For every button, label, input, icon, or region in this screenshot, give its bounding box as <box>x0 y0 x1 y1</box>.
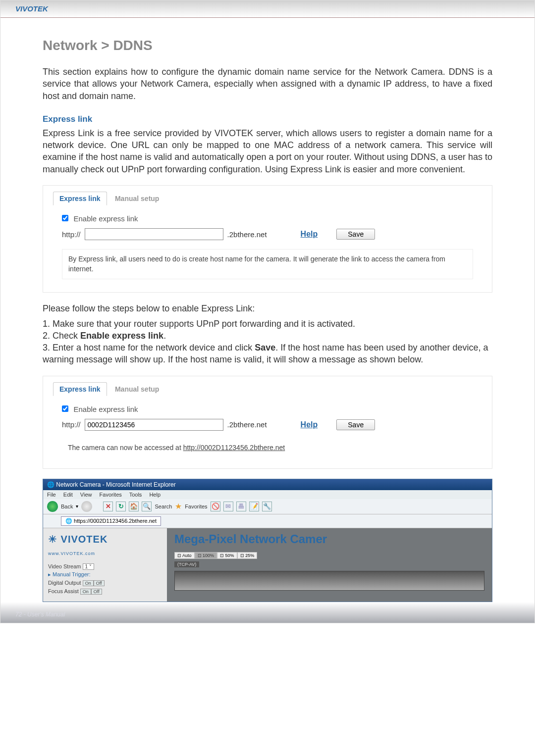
enable-express-link-checkbox[interactable] <box>62 405 68 412</box>
hostname-input[interactable] <box>85 419 223 431</box>
intro-text: This section explains how to configure t… <box>43 66 492 102</box>
tool-icon[interactable]: 🔧 <box>262 502 272 511</box>
edit-icon[interactable]: 📝 <box>249 502 259 511</box>
forward-icon[interactable] <box>81 501 92 512</box>
refresh-icon[interactable]: ↻ <box>116 502 126 511</box>
hint-notice: By Express link, all users need to do is… <box>62 249 473 279</box>
tab-manual-setup[interactable]: Manual setup <box>109 192 165 205</box>
enable-express-link-checkbox[interactable] <box>62 215 68 221</box>
zoom-25[interactable]: ⊡ 25% <box>237 552 258 559</box>
menu-file[interactable]: File <box>47 492 56 498</box>
step-3: 3. Enter a host name for the network dev… <box>43 342 492 366</box>
video-stream-row: Video Stream 1 ˅ <box>48 563 162 569</box>
steps-lead: Please follow the steps below to enable … <box>43 302 492 314</box>
menu-help[interactable]: Help <box>149 492 160 498</box>
protocol-badge: (TCP-AV) <box>174 561 199 567</box>
enable-express-link-label: Enable express link <box>73 405 138 413</box>
tab-express-link[interactable]: Express link <box>53 192 107 205</box>
digital-output-row: Digital Output OnOff <box>48 580 162 586</box>
express-link-heading: Express link <box>43 114 492 124</box>
focus-assist-row: Focus Assist OnOff <box>48 588 162 595</box>
fa-on-button[interactable]: On <box>80 589 91 595</box>
zoom-100[interactable]: ⊡ 100% <box>195 552 217 559</box>
url-suffix: .2bthere.net <box>227 230 267 239</box>
favorites-label: Favorites <box>185 504 207 509</box>
do-off-button[interactable]: Off <box>94 580 105 586</box>
manual-trigger-row[interactable]: ▸ Manual Trigger: <box>48 571 162 578</box>
enable-express-link-label: Enable express link <box>73 214 138 223</box>
vivotek-url: www.VIVOTEK.com <box>48 551 162 556</box>
step-1: 1. Make sure that your router supports U… <box>43 318 492 330</box>
zoom-50[interactable]: ⊡ 50% <box>217 552 237 559</box>
stop-icon[interactable]: ✕ <box>103 502 113 511</box>
hostname-input[interactable] <box>85 228 223 240</box>
ie-menu-bar[interactable]: File Edit View Favorites Tools Help <box>43 490 492 499</box>
home-icon[interactable]: 🏠 <box>129 502 139 511</box>
access-url-link[interactable]: http://0002D1123456.2bthere.net <box>183 444 285 452</box>
url-prefix: http:// <box>62 230 81 239</box>
favorites-icon[interactable]: ★ <box>175 502 182 511</box>
ie-window-title: 🌐 Network Camera - Microsoft Internet Ex… <box>43 479 492 490</box>
fa-off-button[interactable]: Off <box>91 589 102 595</box>
tab-manual-setup[interactable]: Manual setup <box>109 383 165 396</box>
search-icon[interactable]: 🔍 <box>142 502 152 511</box>
url-prefix: http:// <box>62 420 81 429</box>
menu-favorites[interactable]: Favorites <box>100 492 122 498</box>
back-icon[interactable] <box>47 501 58 512</box>
camera-page-title: Mega-Pixel Network Camer <box>174 532 484 546</box>
ie-browser-screenshot: 🌐 Network Camera - Microsoft Internet Ex… <box>43 479 492 602</box>
vivotek-logo: ☀ VIVOTEK <box>48 533 162 545</box>
express-link-desc: Express Link is a free service provided … <box>43 127 492 175</box>
success-message: The camera can now be accessed at http:/… <box>62 440 473 455</box>
brand-label: VIVOTEK <box>15 4 48 13</box>
step-2: 2. Check Enable express link. <box>43 330 492 342</box>
help-link[interactable]: Help <box>301 230 318 239</box>
express-link-panel-1: Express link Manual setup Enable express… <box>43 185 492 293</box>
blocked-icon[interactable]: 🚫 <box>211 502 220 511</box>
menu-view[interactable]: View <box>80 492 92 498</box>
menu-tools[interactable]: Tools <box>129 492 142 498</box>
do-on-button[interactable]: On <box>83 580 94 586</box>
help-link[interactable]: Help <box>301 420 318 429</box>
address-bar[interactable]: https://0002D1123456.2bthere.net <box>74 518 157 524</box>
save-button[interactable]: Save <box>336 419 375 430</box>
print-icon[interactable]: 🖶 <box>236 502 246 511</box>
url-suffix: .2bthere.net <box>227 420 267 429</box>
zoom-auto[interactable]: ⊡ Auto <box>174 552 195 559</box>
tab-express-link[interactable]: Express link <box>53 382 107 396</box>
back-label: Back <box>61 504 73 509</box>
express-link-panel-2: Express link Manual setup Enable express… <box>43 376 492 469</box>
video-preview <box>174 571 484 591</box>
page-footer: 72 - User's Manual <box>0 602 535 623</box>
page-title: Network > DDNS <box>43 38 492 53</box>
save-button[interactable]: Save <box>336 229 375 240</box>
video-stream-select[interactable]: 1 ˅ <box>83 563 94 570</box>
search-label: Search <box>155 504 172 509</box>
mail-icon[interactable]: ✉ <box>223 502 233 511</box>
menu-edit[interactable]: Edit <box>63 492 73 498</box>
